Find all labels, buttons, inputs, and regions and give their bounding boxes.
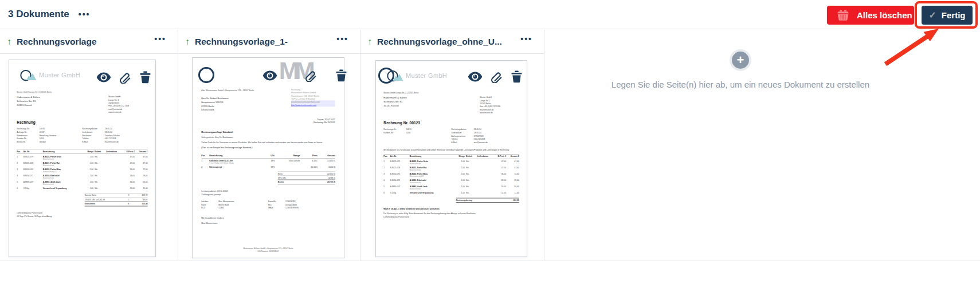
attachment-paperclip-icon[interactable] bbox=[119, 71, 132, 84]
mini-invoice: Muster GmbH Muster GmbH Lange Str. 2 | 1… bbox=[9, 60, 155, 257]
totals-block: Netto224,50 €19% USt.42,66 €Brutto267,16… bbox=[278, 172, 335, 184]
table-row: 6V-10kg Versand und Verpackung 1,00Stk. … bbox=[17, 186, 147, 190]
mini-invoice: Muster GmbH Muster GmbH Lange Str. 2 | 1… bbox=[376, 61, 527, 257]
plus-icon: + bbox=[732, 52, 749, 69]
document-thumbnail[interactable]: Muster GmbH Muster GmbH Lange Str. 2 | 1… bbox=[9, 60, 156, 257]
card-more-menu-icon[interactable]: ••• bbox=[520, 35, 532, 43]
upload-arrow-icon: ↑ bbox=[7, 37, 11, 47]
invoice-heading: Rechnung Nr. 00123 bbox=[383, 121, 519, 125]
logo-mountain-icon bbox=[26, 73, 36, 80]
table-row: 1B-8025-079 B-8025, Farbe GrünMustervert… bbox=[17, 154, 147, 160]
invoice-heading: Rechnung bbox=[17, 120, 147, 125]
footer-lines: Die Rechnung ist sofort fällig. Bitte üb… bbox=[383, 212, 519, 219]
table-row: 6V-10kg Versand und Verpackung 1,00Stk. … bbox=[383, 190, 519, 194]
table-row: 3B-8050-092 B-8050, Farbe BlauMustervert… bbox=[17, 167, 147, 173]
document-card-rechnungsvorlage: ↑ Rechnungsvorlage ••• Muster GmbH Muste… bbox=[0, 30, 178, 261]
delete-all-button[interactable]: Alles löschen bbox=[827, 6, 914, 25]
delete-trash-icon[interactable] bbox=[511, 70, 522, 83]
table-header: Pos.BezeichnungUSt.MengePreisGesamt bbox=[201, 153, 335, 158]
preview-eye-icon[interactable] bbox=[262, 70, 277, 81]
company-block: Muster GmbHLange Str. 210245 BerlinFon +… bbox=[480, 96, 519, 115]
check-icon: ✓ bbox=[928, 10, 936, 21]
recipient-block: Habermann & SöhneSchnurlos Str. 8134131 … bbox=[383, 96, 480, 115]
totals-block: Rechnungsbetrag262,99 bbox=[456, 198, 519, 203]
tax-note: Nach § 19 Abs. 1 UStG wird keine Umsatzs… bbox=[383, 208, 519, 210]
card-header: ↑ Rechnungsvorlage_ohne_U... ••• bbox=[360, 30, 544, 54]
card-more-menu-icon[interactable]: ••• bbox=[154, 35, 166, 43]
logo-mountain-icon bbox=[393, 73, 403, 81]
link: http://www.mustermann.com bbox=[291, 104, 335, 107]
done-label: Fertig bbox=[942, 10, 966, 20]
upload-arrow-icon: ↑ bbox=[185, 37, 190, 47]
footer-lines: Lieferbedingung: Postversand10 Tage 2% S… bbox=[17, 211, 147, 218]
delete-trash-icon[interactable] bbox=[336, 69, 347, 82]
recipient-block: Habermann & SöhneSchnurlos Str. 8134131 … bbox=[17, 96, 108, 114]
document-card-rechnungsvorlage-ohne-ust: ↑ Rechnungsvorlage_ohne_U... ••• Muster … bbox=[360, 30, 544, 261]
date-block: Datum: 20.07.2012Rechnung: Re 20/2012 bbox=[201, 118, 335, 125]
table-row: 3B-8050-092 B-8050, Farbe BlauMustervert… bbox=[383, 171, 519, 178]
card-header: ↑ Rechnungsvorlage ••• bbox=[0, 30, 178, 54]
table-row: 2B-8025-058 B-8031, Farbe RotMustervertr… bbox=[17, 160, 147, 167]
add-document-button[interactable]: + bbox=[730, 49, 751, 71]
card-more-menu-icon[interactable]: ••• bbox=[336, 35, 348, 43]
card-title: Rechnungsvorlage bbox=[17, 37, 97, 47]
recipient-block: Herr Dr. Hubert BrinkmannHauptstrasse 12… bbox=[201, 96, 291, 112]
delete-all-label: Alles löschen bbox=[857, 10, 912, 20]
documents-panel: ↑ Rechnungsvorlage ••• Muster GmbH Muste… bbox=[0, 30, 980, 261]
card-title: Rechnungsvorlage_ohne_U... bbox=[377, 37, 502, 47]
dropzone-hint: Legen Sie die Seite(n) hier ab, um ein n… bbox=[544, 80, 936, 89]
company-block: RechnungMustermann Malerei GmbHHauptstra… bbox=[291, 88, 335, 112]
attachment-paperclip-icon[interactable] bbox=[491, 70, 503, 83]
preview-eye-icon[interactable] bbox=[96, 72, 111, 82]
upload-arrow-icon: ↑ bbox=[367, 37, 372, 47]
table-header: Pos.Art.-Nr.BezeichnungMengeEinheitLiefe… bbox=[383, 154, 519, 159]
preview-eye-icon[interactable] bbox=[468, 72, 483, 82]
document-card-rechnungsvorlage-1: ↑ Rechnungsvorlage_1- ••• MM Abs: Muster… bbox=[178, 30, 360, 261]
table-row: 2B-8025-058 B-8031, Farbe RotMustervertr… bbox=[383, 165, 519, 171]
card-header: ↑ Rechnungsvorlage_1- ••• bbox=[178, 30, 360, 54]
document-thumbnail[interactable]: MM Abs: Mustermann GmbH • Hauptstrasse 1… bbox=[192, 57, 344, 258]
table-row: 1B-8025-079 B-8025, Farbe GrünMustervert… bbox=[383, 159, 519, 165]
bank-details: Inhaber:Max MustermannBank:Meine BankBLZ… bbox=[201, 200, 335, 210]
table-row: 4B-8050-071 A-9050, EdelstahlMustervertr… bbox=[17, 173, 147, 179]
select-page-checkbox[interactable] bbox=[378, 68, 394, 84]
footer-lines: Mustermann Malerei GmbH • Hauptstrasse 1… bbox=[193, 247, 344, 253]
table-row: 5A-8880-007 A-8880, Antik LackMustervert… bbox=[383, 184, 519, 190]
attachment-paperclip-icon[interactable] bbox=[305, 69, 317, 82]
dumpster-icon bbox=[836, 10, 850, 21]
sender-line: Muster GmbH Lange Str. 2 | 12345 Berlin bbox=[383, 92, 519, 94]
mini-letter-invoice: MM Abs: Mustermann GmbH • Hauptstrasse 1… bbox=[193, 58, 344, 258]
sender-line: Muster GmbH Lange Str. 2 | 12345 Berlin bbox=[17, 91, 147, 93]
table-header: Pos.Art.-Nr.BezeichnungMengeEinheitLiefe… bbox=[17, 149, 147, 154]
new-document-dropzone[interactable]: + Legen Sie die Seite(n) hier ab, um ein… bbox=[544, 30, 980, 261]
table-row: 4B-8050-071 A-9050, EdelstahlMustervertr… bbox=[383, 178, 519, 184]
company-block: Muster GmbHLange Str. 210245 BerlinFon +… bbox=[108, 96, 147, 114]
select-page-checkbox[interactable] bbox=[198, 67, 214, 83]
table-row: 2 Kleinmaterial 19% 10,00 €10,00 € bbox=[201, 165, 335, 169]
table-row: 5A-8880-007 A-8880, Antik LackMustervert… bbox=[17, 179, 147, 186]
card-title: Rechnungsvorlage_1- bbox=[195, 37, 288, 47]
done-button[interactable]: ✓ Fertig bbox=[922, 6, 973, 25]
document-thumbnail[interactable]: Muster GmbH Muster GmbH Lange Str. 2 | 1… bbox=[375, 60, 527, 257]
intro-paragraph: Wir bedanken uns für die gute Zusammenar… bbox=[383, 148, 519, 151]
subject-line: Rechnungsvorlage Standard bbox=[201, 131, 335, 134]
delete-trash-icon[interactable] bbox=[140, 71, 151, 84]
table-row: 1 Kalkfarbe-Innen 2,5 Liter1 Liter Farbe… bbox=[201, 158, 335, 164]
documents-more-menu-icon[interactable]: ••• bbox=[79, 10, 91, 18]
totals-block: Summe Netto€262,9919,00% USt. auf 262,99… bbox=[85, 193, 148, 206]
page-title: 3 Dokumente bbox=[8, 9, 69, 20]
